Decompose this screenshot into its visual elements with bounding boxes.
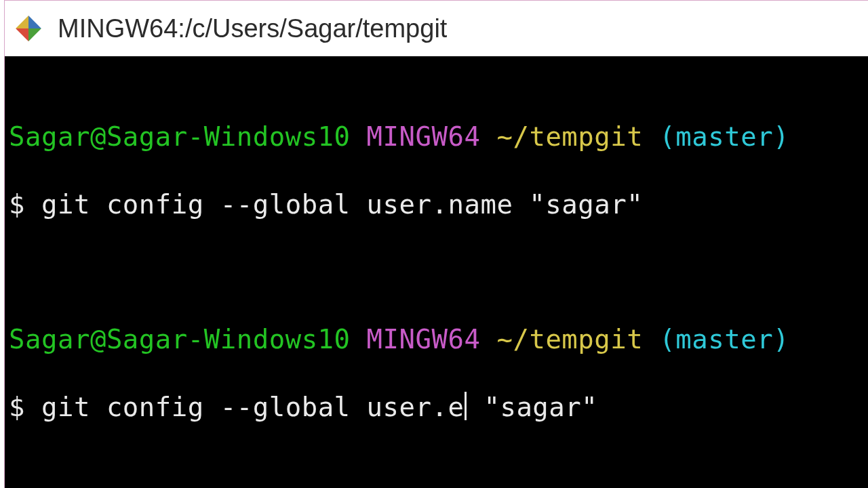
command-text-1: git config --global user.name "sagar" (41, 189, 643, 220)
prompt-branch: (master) (659, 324, 789, 354)
prompt-user: Sagar@Sagar-Windows10 (9, 121, 351, 152)
svg-marker-4 (16, 16, 28, 28)
svg-marker-2 (28, 28, 41, 41)
terminal-window: MINGW64:/c/Users/Sagar/tempgit Sagar@Sag… (4, 0, 868, 488)
titlebar[interactable]: MINGW64:/c/Users/Sagar/tempgit (5, 1, 868, 56)
prompt-env: MINGW64 (367, 121, 481, 152)
command-text-2-after: "sagar" (467, 392, 597, 422)
prompt-env: MINGW64 (367, 324, 481, 354)
prompt-branch: (master) (659, 121, 789, 152)
prompt-symbol: $ (9, 392, 25, 422)
window-title: MINGW64:/c/Users/Sagar/tempgit (58, 14, 447, 43)
prompt-symbol: $ (9, 189, 25, 220)
prompt-path: ~/tempgit (496, 324, 643, 354)
blank-line (9, 256, 864, 289)
svg-marker-1 (28, 16, 41, 28)
prompt-user: Sagar@Sagar-Windows10 (9, 324, 351, 354)
command-line-1: $ git config --global user.name "sagar" (9, 188, 864, 222)
command-line-2[interactable]: $ git config --global user.e "sagar" (9, 390, 864, 424)
svg-marker-3 (16, 28, 28, 41)
text-cursor (465, 392, 467, 420)
prompt-line: Sagar@Sagar-Windows10 MINGW64 ~/tempgit … (9, 323, 864, 357)
prompt-path: ~/tempgit (496, 121, 643, 152)
terminal-screen[interactable]: Sagar@Sagar-Windows10 MINGW64 ~/tempgit … (5, 56, 868, 488)
command-text-2-before: git config --global user.e (41, 392, 464, 422)
git-bash-icon (14, 14, 43, 43)
prompt-line: Sagar@Sagar-Windows10 MINGW64 ~/tempgit … (9, 120, 864, 154)
